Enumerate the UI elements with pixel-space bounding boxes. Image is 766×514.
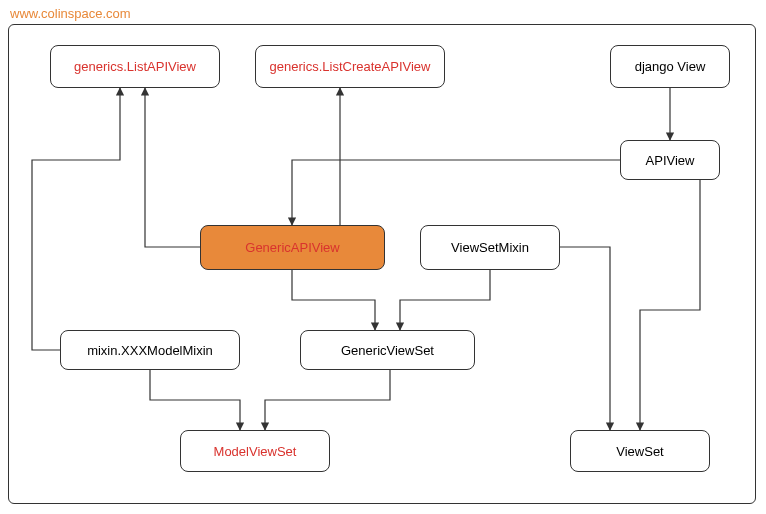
- node-list-api-view: generics.ListAPIView: [50, 45, 220, 88]
- diagram-canvas: www.colinspace.com: [0, 0, 766, 514]
- watermark-text: www.colinspace.com: [10, 6, 131, 21]
- node-generic-api-view: GenericAPIView: [200, 225, 385, 270]
- node-generic-viewset: GenericViewSet: [300, 330, 475, 370]
- node-mixin-model-mixin: mixin.XXXModelMixin: [60, 330, 240, 370]
- node-model-viewset: ModelViewSet: [180, 430, 330, 472]
- node-viewset-mixin: ViewSetMixin: [420, 225, 560, 270]
- node-viewset: ViewSet: [570, 430, 710, 472]
- node-list-create-api-view: generics.ListCreateAPIView: [255, 45, 445, 88]
- node-django-view: django View: [610, 45, 730, 88]
- node-api-view: APIView: [620, 140, 720, 180]
